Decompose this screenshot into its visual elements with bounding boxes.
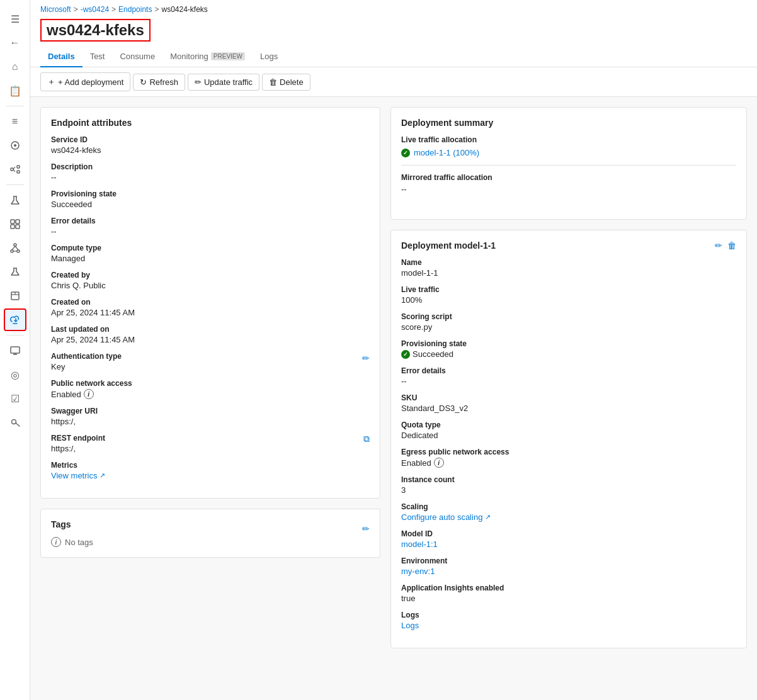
- scoring-script-value: score.py: [401, 322, 736, 332]
- deploy-provisioning-value: Succeeded: [401, 349, 736, 359]
- sidebar-divider-3: [6, 335, 24, 336]
- breadcrumb-endpoints[interactable]: Endpoints: [118, 5, 152, 14]
- compute-type-label: Compute type: [51, 244, 370, 252]
- deploy-provisioning-label: Provisioning state: [401, 339, 736, 348]
- last-updated-label: Last updated on: [51, 325, 370, 334]
- configure-auto-scaling-link[interactable]: Configure auto scaling ↗: [401, 512, 736, 522]
- key-icon[interactable]: [4, 411, 26, 434]
- error-details-label: Error details: [51, 217, 370, 225]
- deployment-summary-card: Deployment summary Live traffic allocati…: [390, 107, 747, 220]
- tab-test[interactable]: Test: [83, 47, 113, 67]
- metrics-row: Metrics View metrics ↗: [51, 461, 370, 480]
- tab-details[interactable]: Details: [40, 47, 83, 67]
- rest-endpoint-copy-icon[interactable]: ⧉: [363, 434, 370, 444]
- no-tags-info-icon: i: [51, 537, 61, 547]
- svg-rect-3: [17, 166, 20, 168]
- update-traffic-label: Update traffic: [204, 77, 253, 87]
- breadcrumb-sep-1: >: [74, 5, 78, 14]
- swagger-uri-label: Swagger URI: [51, 407, 370, 415]
- deployment-edit-icon[interactable]: ✏: [715, 240, 722, 251]
- rest-endpoint-label: REST endpoint: [51, 434, 105, 443]
- home-icon[interactable]: ⌂: [4, 55, 26, 78]
- back-icon[interactable]: ←: [4, 31, 26, 54]
- model-id-row: Model ID model-1:1: [401, 529, 736, 549]
- sidebar-divider-1: [6, 106, 24, 106]
- scaling-label: Scaling: [401, 502, 736, 511]
- breadcrumb-ws[interactable]: -ws0424: [81, 5, 109, 14]
- sidebar-divider-2: [6, 184, 24, 185]
- model-id-link[interactable]: model-1:1: [401, 539, 438, 549]
- public-network-info-icon[interactable]: i: [84, 389, 94, 399]
- hamburger-icon[interactable]: ☰: [4, 8, 26, 30]
- monitor-icon[interactable]: [4, 339, 26, 362]
- deploy-status-dot: [401, 350, 410, 359]
- workflow-icon[interactable]: [4, 158, 26, 181]
- deployment-model-header: Deployment model-1-1 ✏ 🗑: [401, 240, 736, 251]
- main-content: Microsoft > -ws0424 > Endpoints > ws0424…: [30, 0, 757, 700]
- cloud-deploy-icon[interactable]: [4, 308, 26, 331]
- add-deployment-button[interactable]: ＋ + Add deployment: [40, 72, 130, 91]
- package-icon[interactable]: [4, 285, 26, 307]
- sidebar: ☰ ← ⌂ 📋 ≡ ◎: [0, 0, 30, 700]
- view-metrics-text: View metrics: [51, 471, 97, 480]
- auth-type-edit-icon[interactable]: ✏: [362, 353, 370, 363]
- live-traffic-section: Live traffic allocation model-1-1 (100%): [401, 135, 736, 166]
- svg-point-14: [17, 250, 20, 252]
- instance-count-row: Instance count 3: [401, 475, 736, 495]
- refresh-label: Refresh: [149, 77, 178, 87]
- live-traffic-link[interactable]: model-1-1 (100%): [414, 148, 479, 157]
- checklist-icon[interactable]: ☑: [4, 387, 26, 410]
- environment-link[interactable]: my-env:1: [401, 567, 435, 576]
- breadcrumb-microsoft[interactable]: Microsoft: [40, 5, 71, 14]
- swagger-uri-row: Swagger URI https:/,: [51, 407, 370, 426]
- list-icon[interactable]: ≡: [4, 110, 26, 133]
- egress-info-icon[interactable]: i: [434, 458, 444, 468]
- scaling-row: Scaling Configure auto scaling ↗: [401, 502, 736, 522]
- deploy-name-label: Name: [401, 258, 736, 267]
- tab-monitoring[interactable]: Monitoring PREVIEW: [162, 47, 253, 67]
- no-tags-row: i No tags: [51, 537, 370, 547]
- refresh-button[interactable]: ↻ Refresh: [133, 74, 185, 91]
- tab-consume[interactable]: Consume: [112, 47, 162, 67]
- mirrored-traffic-value: --: [401, 184, 736, 194]
- edit-icon: ✏: [195, 77, 202, 87]
- instance-count-label: Instance count: [401, 475, 736, 484]
- breadcrumb-sep-3: >: [154, 5, 159, 14]
- deployment-delete-icon[interactable]: 🗑: [727, 240, 736, 251]
- auth-type-row: Authentication type Key ✏: [51, 352, 370, 371]
- delete-button[interactable]: 🗑 Delete: [262, 74, 310, 91]
- tab-logs[interactable]: Logs: [253, 47, 285, 67]
- description-value: --: [51, 172, 370, 182]
- service-id-row: Service ID ws0424-kfeks: [51, 135, 370, 155]
- compass-icon[interactable]: ◎: [4, 363, 26, 386]
- rest-endpoint-value: https:/,: [51, 444, 105, 453]
- svg-line-16: [15, 246, 18, 250]
- public-network-value-row: Enabled i: [51, 389, 370, 399]
- deploy-name-row: Name model-1-1: [401, 258, 736, 278]
- right-panel: Deployment summary Live traffic allocati…: [390, 107, 747, 690]
- flask-icon[interactable]: [4, 261, 26, 283]
- tags-edit-icon[interactable]: ✏: [362, 524, 370, 534]
- view-metrics-link[interactable]: View metrics ↗: [51, 471, 370, 480]
- mirrored-traffic-label: Mirrored traffic allocation: [401, 173, 736, 182]
- svg-rect-10: [11, 225, 14, 229]
- logs-link[interactable]: Logs: [401, 621, 419, 630]
- egress-label: Egress public network access: [401, 448, 736, 456]
- svg-rect-2: [11, 168, 13, 171]
- provisioning-state-row: Provisioning state Succeeded: [51, 189, 370, 209]
- deploy-name-value: model-1-1: [401, 268, 736, 278]
- quota-type-value: Dedicated: [401, 431, 736, 440]
- experiment-icon[interactable]: [4, 189, 26, 212]
- plus-icon: ＋: [47, 76, 55, 88]
- content-area: Endpoint attributes Service ID ws0424-kf…: [30, 97, 757, 700]
- scoring-script-label: Scoring script: [401, 312, 736, 321]
- created-on-value: Apr 25, 2024 11:45 AM: [51, 308, 370, 317]
- created-on-label: Created on: [51, 298, 370, 307]
- hub-icon[interactable]: [4, 134, 26, 157]
- update-traffic-button[interactable]: ✏ Update traffic: [188, 74, 259, 91]
- error-details-row: Error details --: [51, 217, 370, 236]
- notebook-icon[interactable]: 📋: [4, 79, 26, 102]
- nodes-icon[interactable]: [4, 237, 26, 259]
- grid-icon[interactable]: [4, 213, 26, 235]
- model-id-label: Model ID: [401, 529, 736, 538]
